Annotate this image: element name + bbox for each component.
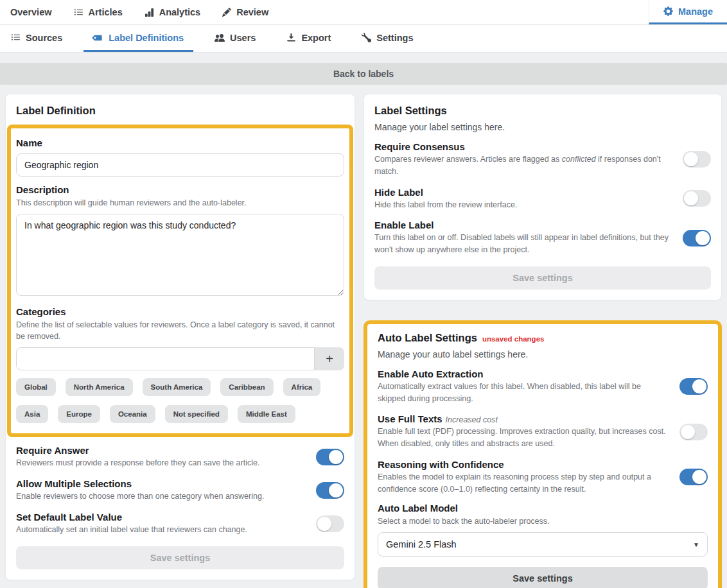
label-settings-subtitle: Manage your label settings here. [374,122,711,132]
add-category-group: + [16,347,344,370]
save-label-settings-button[interactable]: Save settings [374,266,711,290]
users-icon [215,33,225,43]
tab-label-definitions[interactable]: Label Definitions [83,25,193,52]
hide-label-desc: Hide this label from the review interfac… [374,199,672,211]
main-content: Label Definition Name Description This d… [0,85,727,588]
require-consensus-desc: Compares reviewer answers. Articles are … [374,153,672,178]
nav-articles[interactable]: Articles [74,7,123,17]
tab-users-label: Users [230,33,256,43]
enable-label-title: Enable Label [374,220,672,230]
nav-manage[interactable]: Manage [649,0,727,24]
pencil-icon [222,8,231,17]
require-answer-title: Require Answer [16,445,306,456]
add-category-button[interactable]: + [315,347,344,370]
category-chip[interactable]: Oceania [110,405,155,423]
require-answer-desc: Reviewers must provide a response before… [16,457,306,469]
label-definition-title: Label Definition [16,105,344,117]
label-settings-card: Label Settings Manage your label setting… [364,94,722,300]
hide-label-toggle[interactable] [683,190,711,207]
use-full-texts-toggle[interactable] [679,424,708,440]
nav-analytics[interactable]: Analytics [145,7,200,17]
enable-auto-extraction-toggle[interactable] [679,378,708,395]
require-consensus-row: Require Consensus Compares reviewer answ… [374,141,711,178]
wrench-icon [362,33,371,42]
category-chip[interactable]: North America [66,378,133,396]
tag-icon [93,33,103,43]
set-default-title: Set Default Label Value [16,512,306,523]
bar-chart-icon [145,8,154,17]
category-chip[interactable]: South America [143,378,211,396]
category-chip[interactable]: Asia [16,405,48,423]
plus-icon: + [326,352,333,367]
tab-sources[interactable]: Sources [1,25,72,52]
enable-auto-extraction-title: Enable Auto Extraction [378,368,669,379]
nav-review[interactable]: Review [222,7,268,17]
auto-label-settings-title: Auto Label Settings [378,332,477,344]
nav-articles-label: Articles [89,7,123,17]
nav-overview[interactable]: Overview [10,7,52,17]
allow-multiple-row: Allow Multiple Selections Enable reviewe… [16,478,344,503]
use-full-texts-row: Use Full TextsIncreased cost Enable full… [378,413,708,450]
category-chip[interactable]: Not specified [165,405,228,423]
require-consensus-title: Require Consensus [374,141,672,152]
require-consensus-toggle[interactable] [683,151,711,168]
nav-analytics-label: Analytics [159,7,200,17]
name-input[interactable] [16,153,344,177]
download-icon [286,33,296,42]
tab-export[interactable]: Export [277,25,340,52]
category-chip-list: Global North America South America Carib… [16,378,344,423]
tab-settings[interactable]: Settings [352,25,423,52]
tab-users[interactable]: Users [205,25,265,52]
chevron-down-icon: ▼ [693,541,699,548]
category-chip[interactable]: Middle East [238,405,295,423]
tab-settings-label: Settings [376,33,413,43]
categories-label: Categories [16,306,344,317]
enable-auto-extraction-desc: Automatically extract values for this la… [378,381,669,405]
nav-overview-label: Overview [10,7,52,17]
nav-manage-label: Manage [678,6,713,17]
hide-label-title: Hide Label [374,187,672,198]
label-settings-title: Label Settings [374,105,711,117]
use-full-texts-title-text: Use Full Texts [378,413,442,424]
allow-multiple-toggle[interactable] [316,482,344,499]
allow-multiple-desc: Enable reviewers to choose more than one… [16,490,306,503]
require-answer-toggle[interactable] [316,449,344,465]
increased-cost-note: Increased cost [446,415,498,424]
tab-export-label: Export [301,33,331,43]
reasoning-desc: Enables the model to explain its reasoni… [378,471,669,496]
category-chip[interactable]: Global [16,378,56,396]
back-to-labels-label: Back to labels [333,69,394,79]
list-icon [74,8,83,17]
description-help: This description will guide human review… [16,197,344,209]
unsaved-changes-badge: unsaved changes [482,335,545,343]
definition-highlight-box: Name Description This description will g… [7,125,353,437]
back-to-labels-button[interactable]: Back to labels [0,63,727,85]
enable-label-toggle[interactable] [683,230,711,246]
require-consensus-desc-pre: Compares reviewer answers. Articles are … [374,155,562,164]
category-chip[interactable]: Europe [58,405,100,423]
tab-sources-label: Sources [26,33,62,43]
set-default-desc: Automatically set an initial label value… [16,524,306,536]
manage-sub-navigation: Sources Label Definitions Users Export S… [0,25,727,53]
list-icon [11,33,21,42]
use-full-texts-desc: Enable full text (PDF) processing. Impro… [378,426,669,450]
category-chip[interactable]: Caribbean [220,378,273,396]
set-default-toggle[interactable] [316,515,344,532]
tab-label-definitions-label: Label Definitions [109,33,184,43]
auto-label-settings-card: Auto Label Settings unsaved changes Mana… [364,320,722,588]
save-label-definition-button[interactable]: Save settings [16,546,344,569]
top-navigation: Overview Articles Analytics Review Manag… [0,0,727,25]
enable-label-row: Enable Label Turn this label on or off. … [374,220,711,256]
enable-auto-extraction-row: Enable Auto Extraction Automatically ext… [378,368,708,405]
save-auto-label-settings-button[interactable]: Save settings [378,567,708,588]
reasoning-toggle[interactable] [679,469,708,485]
auto-label-model-help: Select a model to back the auto-labeler … [378,515,708,527]
use-full-texts-title: Use Full TextsIncreased cost [378,413,669,424]
enable-label-desc: Turn this label on or off. Disabled labe… [374,232,672,256]
model-select-value: Gemini 2.5 Flash [386,539,457,549]
category-input[interactable] [16,347,315,370]
allow-multiple-title: Allow Multiple Selections [16,478,306,489]
category-chip[interactable]: Africa [283,378,321,396]
model-select[interactable]: Gemini 2.5 Flash ▼ [378,532,708,557]
description-textarea[interactable]: In what geographic region was this study… [16,214,344,296]
